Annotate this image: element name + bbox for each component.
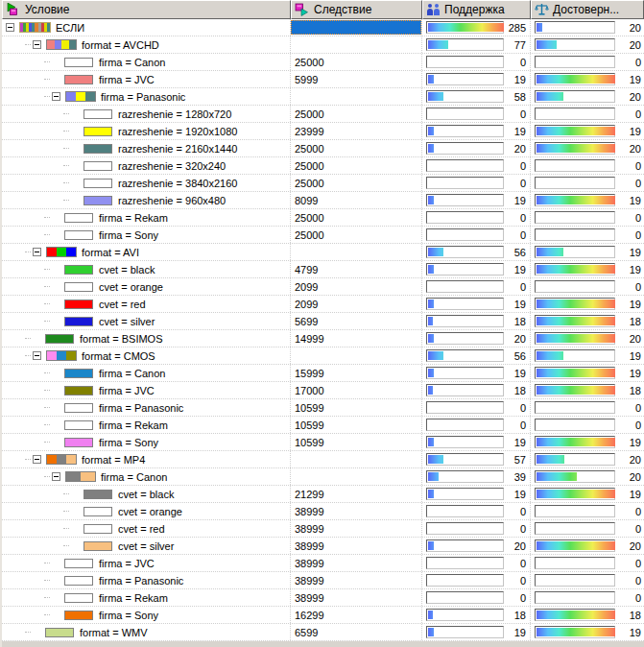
consequence-cell[interactable]	[291, 347, 422, 364]
collapse-expander-icon[interactable]	[6, 23, 14, 32]
column-header-support[interactable]: Поддержка	[422, 0, 531, 19]
consequence-cell[interactable]: 10599	[291, 434, 422, 450]
consequence-cell[interactable]: 15999	[291, 365, 422, 381]
consequence-cell[interactable]: 21299	[291, 486, 422, 502]
column-header-confidence[interactable]: Достоверн...	[531, 0, 644, 19]
tree-row[interactable]: firma = Rekam2500000	[2, 209, 644, 227]
consequence-cell[interactable]: 17000	[291, 382, 422, 398]
condition-cell: format = CMOS	[2, 347, 291, 364]
confidence-bar	[535, 263, 615, 276]
tree-row[interactable]: firma = Canon2500000	[2, 54, 644, 71]
support-bar-fill	[428, 317, 433, 325]
tree-row[interactable]: firma = Sony2500000	[2, 227, 644, 244]
consequence-cell[interactable]: 14999	[291, 330, 422, 347]
support-cell: 19	[422, 123, 531, 139]
consequence-cell[interactable]: 25000	[291, 140, 422, 156]
consequence-cell[interactable]: 38999	[291, 589, 422, 606]
tree-row[interactable]: firma = Canon159991919	[2, 365, 644, 382]
tree-row[interactable]: firma = Panasonic3899900	[2, 572, 644, 589]
collapse-expander-icon[interactable]	[33, 351, 41, 360]
tree-row[interactable]: razreshenie = 2160x1440250002020	[2, 140, 644, 157]
tree-row[interactable]: firma = JVC3899900	[2, 555, 644, 572]
tree-row[interactable]: firma = Canon3920	[2, 468, 644, 486]
collapse-expander-icon[interactable]	[52, 92, 60, 101]
consequence-cell[interactable]	[291, 88, 422, 105]
node-label: razreshenie = 3840x2160	[118, 178, 237, 189]
collapse-expander-icon[interactable]	[52, 472, 60, 481]
consequence-cell[interactable]: 6599	[291, 624, 422, 640]
tree-row[interactable]: format = BSIMOS149992020	[2, 330, 644, 347]
consequence-cell[interactable]: 25000	[291, 54, 422, 70]
tree-row[interactable]: cvet = orange3899900	[2, 503, 644, 520]
consequence-cell-selected[interactable]	[291, 19, 422, 36]
tree-row[interactable]: cvet = silver389992020	[2, 538, 644, 555]
consequence-cell[interactable]: 38999	[291, 572, 422, 588]
consequence-cell[interactable]: 23999	[291, 123, 422, 139]
tree-row[interactable]: razreshenie = 1280x7202500000	[2, 106, 644, 123]
consequence-cell[interactable]: 25000	[291, 209, 422, 226]
consequence-cell[interactable]	[291, 36, 422, 53]
tree-row[interactable]: razreshenie = 1920x1080239991919	[2, 123, 644, 140]
tree-row[interactable]: cvet = black212991919	[2, 486, 644, 503]
color-swatch	[83, 507, 112, 516]
collapse-expander-icon[interactable]	[33, 455, 41, 464]
consequence-cell[interactable]: 38999	[291, 555, 422, 571]
tree-row[interactable]: firma = JVC59991919	[2, 71, 644, 88]
tree-row[interactable]: firma = Rekam3899900	[2, 589, 644, 607]
tree-row[interactable]: cvet = black47991919	[2, 261, 644, 278]
consequence-value: 25000	[295, 57, 324, 68]
consequence-cell[interactable]: 5699	[291, 313, 422, 329]
confidence-bar-fill	[537, 144, 615, 153]
tree-row[interactable]: cvet = silver56991818	[2, 313, 644, 330]
tree-row[interactable]: firma = Sony162991818	[2, 607, 644, 624]
condition-cell: razreshenie = 1920x1080	[2, 123, 291, 139]
collapse-expander-icon[interactable]	[33, 40, 41, 49]
tree-row[interactable]: firma = Panasonic5820	[2, 88, 644, 106]
consequence-cell[interactable]: 25000	[291, 157, 422, 174]
tree-row[interactable]: format = AVCHD7720	[2, 36, 644, 54]
tree-row[interactable]: cvet = red3899900	[2, 520, 644, 538]
tree-row[interactable]: firma = JVC170001818	[2, 382, 644, 399]
consequence-cell[interactable]: 25000	[291, 227, 422, 243]
consequence-cell[interactable]: 38999	[291, 503, 422, 519]
column-header-condition[interactable]: Условие	[2, 0, 291, 19]
color-swatch	[64, 58, 93, 67]
consequence-cell[interactable]: 5999	[291, 71, 422, 87]
tree-row[interactable]: format = AVI5619	[2, 244, 644, 261]
consequence-cell[interactable]	[291, 244, 422, 260]
tree-row[interactable]: cvet = red20991919	[2, 296, 644, 313]
tree-row[interactable]: firma = Panasonic1059900	[2, 399, 644, 417]
tree-row[interactable]: razreshenie = 960x48080991919	[2, 192, 644, 209]
tree-row[interactable]: firma = Sony105991919	[2, 434, 644, 451]
support-cell: 0	[422, 589, 531, 606]
consequence-cell[interactable]: 25000	[291, 175, 422, 191]
consequence-cell[interactable]: 16299	[291, 607, 422, 623]
tree-row[interactable]: razreshenie = 3840x21602500000	[2, 175, 644, 192]
tree-row[interactable]: format = MP45720	[2, 451, 644, 468]
consequence-cell[interactable]: 10599	[291, 399, 422, 416]
consequence-cell[interactable]: 4799	[291, 261, 422, 277]
confidence-scales-icon	[535, 3, 549, 16]
support-value: 0	[520, 575, 526, 587]
tree-row[interactable]: ЕСЛИ28520	[2, 19, 644, 36]
consequence-cell[interactable]: 8099	[291, 192, 422, 208]
consequence-cell[interactable]: 2099	[291, 278, 422, 295]
tree-row[interactable]: cvet = orange209900	[2, 278, 644, 296]
tree-row[interactable]: format = WMV65991919	[2, 624, 644, 641]
consequence-cell[interactable]: 2099	[291, 296, 422, 312]
tree-row[interactable]: firma = Rekam1059900	[2, 417, 644, 434]
support-cell: 0	[422, 417, 531, 433]
consequence-cell[interactable]	[291, 451, 422, 467]
consequence-cell[interactable]: 38999	[291, 520, 422, 537]
column-header-consequence[interactable]: Следствие	[291, 0, 422, 19]
consequence-cell[interactable]: 25000	[291, 106, 422, 122]
tree-row[interactable]: razreshenie = 320x2402500000	[2, 157, 644, 175]
collapse-expander-icon[interactable]	[33, 248, 41, 256]
consequence-cell[interactable]	[291, 468, 422, 485]
tree-indent-spacer	[52, 390, 64, 391]
support-bar-fill	[428, 369, 434, 377]
confidence-cell: 0	[531, 227, 644, 243]
consequence-cell[interactable]: 10599	[291, 417, 422, 433]
consequence-cell[interactable]: 38999	[291, 538, 422, 554]
tree-row[interactable]: format = CMOS5619	[2, 347, 644, 365]
